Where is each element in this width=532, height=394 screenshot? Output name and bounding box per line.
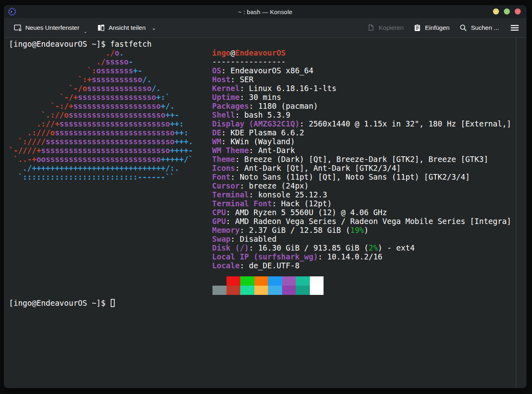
hamburger-icon	[510, 24, 519, 31]
command-line: [ingo@EndeavourOS ~]$ fastfetch	[9, 39, 514, 48]
terminal-text-line: Cursor: breeze (24px)	[212, 181, 511, 190]
terminal-text-line: ----------------	[212, 57, 511, 66]
terminal-text-line: WM Theme: Ant-Dark	[212, 146, 511, 155]
konsole-window: ~ : bash — Konsole Neues Unterfenster ⌄	[4, 5, 526, 388]
palette-row	[212, 286, 514, 295]
copy-button[interactable]: Kopieren	[363, 21, 408, 34]
command-text: fastfetch	[110, 39, 152, 48]
terminal-text-line: WM: KWin (Wayland)	[212, 137, 511, 146]
paste-button[interactable]: Einfügen	[409, 21, 454, 34]
palette-swatch	[227, 276, 241, 286]
palette-swatch	[296, 286, 310, 295]
terminal-text-line: DE: KDE Plasma 6.6.2	[212, 128, 511, 137]
palette-swatch	[227, 286, 241, 295]
terminal-text-line: Swap: Disabled	[212, 234, 511, 243]
terminal-text-line: Uptime: 30 mins	[212, 93, 511, 102]
terminal-text-line: Locale: de_DE.UTF-8	[212, 261, 511, 270]
palette-swatch	[240, 276, 254, 286]
terminal-text-line: ingo@EndeavourOS	[212, 48, 511, 57]
split-view-label: Ansicht teilen	[109, 24, 146, 31]
new-tab-icon	[14, 24, 22, 32]
terminal-text-line: Disk (/): 16.30 GiB / 913.85 GiB (2%) - …	[212, 243, 511, 252]
palette-swatch	[254, 276, 268, 286]
terminal-text-line: Icons: Ant-Dark [Qt], Ant-Dark [GTK2/3/4…	[212, 164, 511, 172]
terminal-edge-line	[516, 38, 516, 388]
color-palette	[212, 276, 514, 295]
paste-label: Einfügen	[425, 24, 450, 31]
window-title: ~ : bash — Konsole	[4, 8, 526, 15]
terminal-text-line: Host: SER	[212, 75, 511, 84]
search-button[interactable]: Suchen ...	[455, 21, 503, 34]
terminal-text-line: Packages: 1180 (pacman)	[212, 102, 511, 110]
palette-swatch	[310, 286, 324, 295]
konsole-app-icon	[8, 7, 16, 16]
search-icon	[459, 24, 467, 32]
palette-swatch	[296, 276, 310, 286]
palette-swatch	[254, 286, 268, 295]
palette-row	[212, 276, 514, 286]
prompt-line: [ingo@EndeavourOS ~]$	[9, 299, 514, 307]
palette-swatch	[310, 276, 324, 286]
palette-swatch	[282, 286, 296, 295]
prompt: [ingo@EndeavourOS ~]$	[9, 39, 110, 48]
paste-icon	[413, 24, 421, 32]
palette-swatch	[282, 276, 296, 286]
search-label: Suchen ...	[471, 24, 499, 31]
terminal-cursor	[111, 299, 115, 307]
split-view-icon	[97, 24, 105, 32]
terminal-text-line: Terminal Font: Hack (12pt)	[212, 199, 511, 208]
terminal-text-line: Kernel: Linux 6.18.16-1-lts	[212, 84, 511, 93]
palette-swatch	[268, 276, 282, 286]
fastfetch-output: ./o. ./sssso- `:osssssss+- `:+ssssssssss…	[9, 48, 514, 270]
split-view-caret-icon: ⌄	[152, 25, 156, 31]
menu-button[interactable]	[507, 22, 522, 34]
palette-swatch	[212, 286, 227, 295]
prompt: [ingo@EndeavourOS ~]$	[9, 299, 110, 307]
terminal-text-line: GPU: AMD Radeon Vega Series / Radeon Veg…	[212, 217, 511, 226]
terminal-text-line: OS: EndeavourOS x86_64	[212, 66, 511, 75]
new-tab-caret-icon[interactable]: ⌄	[83, 29, 87, 34]
toolbar: Neues Unterfenster ⌄ Ansicht teilen ⌄ Ko…	[4, 18, 526, 37]
minimize-button[interactable]	[493, 8, 499, 15]
palette-swatch	[240, 286, 254, 295]
terminal-text-line: CPU: AMD Ryzen 5 5560U (12) @ 4.06 GHz	[212, 208, 511, 217]
terminal-view[interactable]: [ingo@EndeavourOS ~]$ fastfetch ./o. ./s…	[4, 37, 526, 388]
close-button[interactable]	[515, 8, 521, 15]
terminal-content: [ingo@EndeavourOS ~]$ fastfetch ./o. ./s…	[9, 39, 514, 307]
terminal-text-line: Display (AMZG32C1Q): 2560x1440 @ 1.15x i…	[212, 119, 511, 128]
terminal-text-line: Theme: Breeze (Dark) [Qt], Breeze-Dark […	[212, 155, 511, 164]
terminal-text-line: Shell: bash 5.3.9	[212, 110, 511, 119]
scrollbar-track[interactable]	[517, 38, 526, 388]
palette-swatch	[212, 276, 227, 286]
copy-icon	[367, 24, 375, 32]
copy-label: Kopieren	[379, 24, 404, 31]
new-tab-label: Neues Unterfenster	[25, 24, 79, 31]
titlebar[interactable]: ~ : bash — Konsole	[4, 5, 526, 18]
terminal-text-line: Font: Noto Sans (11pt) [Qt], Noto Sans (…	[212, 172, 511, 181]
fetch-info: ingo@EndeavourOS----------------OS: Ende…	[212, 48, 511, 270]
palette-swatch	[268, 286, 282, 295]
new-tab-button[interactable]: Neues Unterfenster ⌄	[10, 21, 91, 34]
terminal-text-line: Local IP (surfshark_wg): 10.14.0.2/16	[212, 252, 511, 261]
terminal-text-line: Memory: 2.37 GiB / 12.58 GiB (19%)	[212, 226, 511, 234]
split-view-button[interactable]: Ansicht teilen ⌄	[93, 21, 160, 34]
terminal-text-line: Terminal: konsole 25.12.3	[212, 190, 511, 199]
maximize-button[interactable]	[504, 8, 510, 15]
